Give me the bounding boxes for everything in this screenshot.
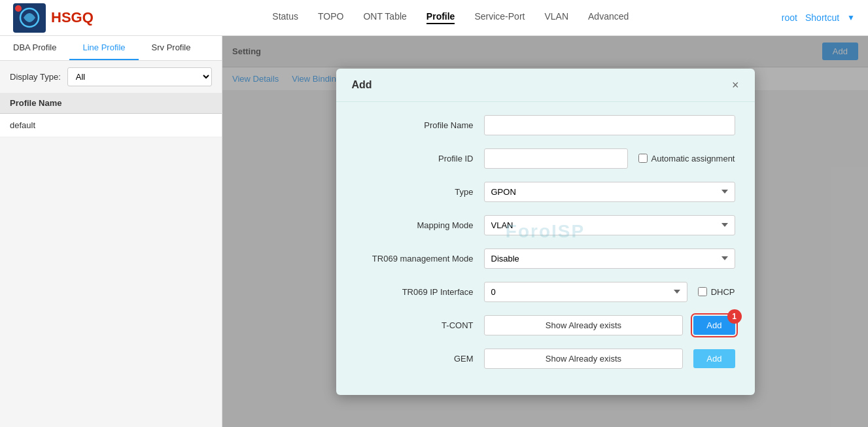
nav-vlan[interactable]: VLAN — [544, 11, 568, 24]
tr069-mode-label: TR069 management Mode — [356, 254, 474, 264]
mapping-mode-row: Mapping Mode VLAN — [356, 215, 735, 235]
display-type-select[interactable]: All — [67, 67, 212, 86]
logo-text: HSGQ — [51, 9, 94, 26]
tr069-ip-label: TR069 IP Interface — [356, 287, 474, 297]
modal-body: Profile Name Profile ID Automatic assign… — [336, 102, 755, 395]
mapping-mode-select[interactable]: VLAN — [484, 215, 735, 235]
gem-label: GEM — [356, 354, 474, 364]
nav-profile[interactable]: Profile — [426, 11, 455, 24]
modal-header: Add × — [336, 69, 755, 102]
tcont-badge: 1 — [727, 309, 742, 324]
tcont-label: T-CONT — [356, 320, 474, 330]
tab-bar: DBA Profile Line Profile Srv Profile — [0, 36, 222, 61]
tr069-mode-select[interactable]: Disable — [484, 248, 735, 269]
content-area: DBA Profile Line Profile Srv Profile Dis… — [0, 36, 868, 427]
tcont-show-exists-button[interactable]: Show Already exists — [484, 315, 684, 335]
nav-right: root Shortcut ▼ — [782, 12, 855, 23]
nav-advanced[interactable]: Advanced — [588, 11, 629, 24]
gem-add-button[interactable]: Add — [693, 349, 735, 368]
type-select[interactable]: GPON — [484, 182, 735, 202]
chevron-down-icon[interactable]: ▼ — [847, 13, 855, 22]
tab-dba-profile[interactable]: DBA Profile — [0, 36, 69, 60]
tab-srv-profile[interactable]: Srv Profile — [139, 36, 204, 60]
logo-icon — [13, 3, 46, 33]
filter-row: Display Type: All — [0, 61, 222, 93]
tr069-ip-select[interactable]: 0 — [484, 282, 687, 302]
tr069-mode-row: TR069 management Mode Disable — [356, 248, 735, 269]
nav-topo[interactable]: TOPO — [318, 11, 343, 24]
tcont-row: T-CONT Show Already exists Add 1 — [356, 315, 735, 335]
profile-id-input[interactable] — [484, 148, 628, 169]
nav-status[interactable]: Status — [272, 11, 298, 24]
profile-name-cell: default — [10, 120, 35, 130]
logo-area: HSGQ — [13, 3, 94, 33]
nav-service-port[interactable]: Service-Port — [474, 11, 525, 24]
automatic-assignment-text: Automatic assignment — [651, 154, 735, 163]
tab-line-profile[interactable]: Line Profile — [69, 36, 138, 60]
svg-point-2 — [15, 5, 22, 12]
dhcp-checkbox[interactable] — [698, 287, 707, 296]
gem-show-exists-button[interactable]: Show Already exists — [484, 349, 684, 369]
left-panel: DBA Profile Line Profile Srv Profile Dis… — [0, 36, 222, 427]
dhcp-text: DHCP — [711, 287, 735, 297]
type-row: Type GPON — [356, 182, 735, 202]
nav-user: root — [782, 12, 797, 23]
type-label: Type — [356, 187, 474, 197]
table-header-profile-name: Profile Name — [0, 93, 222, 114]
right-panel: Setting Add View Details View Binding De… — [222, 36, 868, 427]
nav-shortcut[interactable]: Shortcut — [805, 12, 839, 23]
filter-label: Display Type: — [10, 72, 61, 82]
mapping-mode-label: Mapping Mode — [356, 220, 474, 230]
nav-ont-table[interactable]: ONT Table — [363, 11, 406, 24]
profile-id-row: Profile ID Automatic assignment — [356, 148, 735, 169]
automatic-assignment-label[interactable]: Automatic assignment — [638, 154, 735, 163]
modal-overlay: Add × Profile Name Profile ID — [222, 36, 868, 427]
dhcp-label[interactable]: DHCP — [698, 287, 735, 297]
nav-links: Status TOPO ONT Table Profile Service-Po… — [120, 11, 782, 24]
modal-close-button[interactable]: × — [732, 79, 739, 91]
profile-name-input[interactable] — [484, 115, 735, 135]
top-nav: HSGQ Status TOPO ONT Table Profile Servi… — [0, 0, 868, 36]
profile-id-label: Profile ID — [356, 154, 474, 163]
profile-name-label: Profile Name — [356, 120, 474, 130]
modal-title: Add — [352, 79, 372, 91]
modal-dialog: Add × Profile Name Profile ID — [336, 69, 755, 395]
gem-row: GEM Show Already exists Add — [356, 349, 735, 369]
profile-name-row: Profile Name — [356, 115, 735, 135]
tr069-ip-row: TR069 IP Interface 0 DHCP — [356, 282, 735, 302]
automatic-assignment-checkbox[interactable] — [638, 154, 648, 163]
table-row: default — [0, 114, 222, 137]
